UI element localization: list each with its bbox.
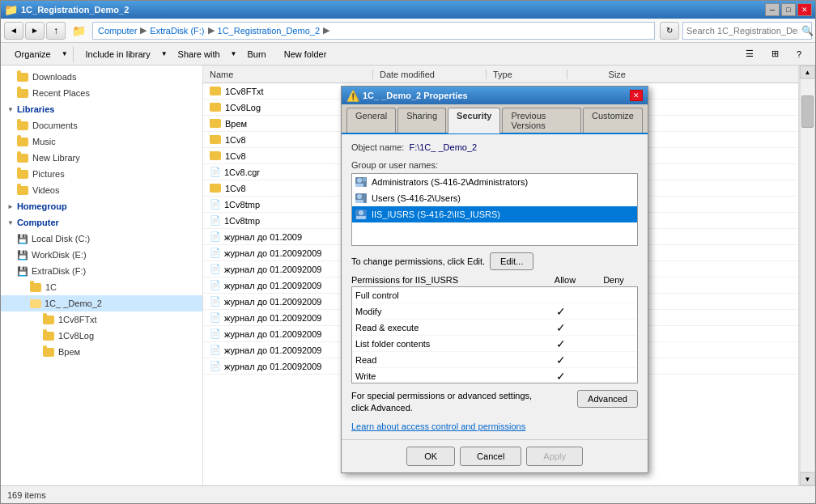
explorer-window: 📁 1C_Registration_Demo_2 ─ □ ✕ ◄ ► ↑ 📁 C… — [0, 0, 816, 504]
permissions-label: Permissions for IIS_IUSRS — [351, 275, 458, 285]
advanced-button[interactable]: Advanced — [577, 390, 638, 408]
dialog-overlay: ⚠️ 1C_ _Demo_2 Properties ✕ General Shar… — [1, 1, 815, 503]
perm-row-read: Read ✓ — [352, 352, 637, 368]
special-permissions-text: For special permissions or advanced sett… — [351, 390, 546, 415]
perm-row-modify: Modify ✓ — [352, 303, 637, 320]
svg-point-3 — [363, 178, 367, 182]
object-name-label: Object name: — [351, 142, 404, 152]
user-label: Users (S-416-2\Users) — [372, 193, 461, 203]
object-name-value: F:\1C_ _Demo_2 — [409, 142, 477, 152]
group-label: Group or user names: — [351, 160, 638, 170]
learn-link[interactable]: Learn about access control and permissio… — [351, 421, 638, 431]
svg-point-1 — [357, 178, 362, 183]
tab-security[interactable]: Security — [448, 108, 500, 133]
permissions-list: Full control Modify ✓ Read & execute ✓ — [351, 286, 638, 383]
user-item-users[interactable]: Users (S-416-2\Users) — [352, 190, 637, 206]
user-item-administrators[interactable]: Administrators (S-416-2\Administrators) — [352, 174, 637, 190]
dialog-footer: OK Cancel Apply — [342, 439, 648, 472]
user-icon — [355, 208, 368, 221]
tab-previous-versions[interactable]: Previous Versions — [502, 108, 581, 133]
dialog-close-button[interactable]: ✕ — [630, 90, 643, 101]
user-item-iis-iusrs[interactable]: IIS_IUSRS (S-416-2\IIS_IUSRS) — [352, 206, 637, 222]
allow-col-header: Allow — [541, 275, 589, 285]
dialog-title-left: ⚠️ 1C_ _Demo_2 Properties — [346, 90, 468, 102]
user-group-icon — [355, 176, 368, 188]
properties-dialog: ⚠️ 1C_ _Demo_2 Properties ✕ General Shar… — [341, 86, 648, 473]
change-permissions-text: To change permissions, click Edit. — [351, 256, 485, 266]
dialog-icon: ⚠️ — [346, 90, 359, 102]
tab-general[interactable]: General — [346, 108, 396, 133]
svg-point-5 — [357, 194, 362, 199]
dialog-tabs: General Sharing Security Previous Versio… — [342, 104, 648, 134]
users-list[interactable]: Administrators (S-416-2\Administrators) … — [351, 173, 638, 246]
dialog-title-text: 1C_ _Demo_2 Properties — [363, 91, 468, 100]
user-label: Administrators (S-416-2\Administrators) — [372, 177, 528, 187]
svg-rect-9 — [356, 216, 366, 219]
tab-customize[interactable]: Customize — [583, 108, 643, 133]
user-group-icon — [355, 192, 368, 205]
cancel-button[interactable]: Cancel — [460, 447, 521, 466]
svg-rect-2 — [355, 184, 363, 187]
svg-rect-6 — [355, 200, 363, 203]
ok-button[interactable]: OK — [406, 447, 455, 466]
perm-row-read-execute: Read & execute ✓ — [352, 320, 637, 336]
apply-button[interactable]: Apply — [526, 447, 583, 466]
deny-col-header: Deny — [589, 275, 638, 285]
perm-row-write: Write ✓ — [352, 368, 637, 383]
perm-row-full-control: Full control — [352, 287, 637, 303]
edit-button[interactable]: Edit... — [490, 252, 533, 270]
perm-row-list-folder: List folder contents ✓ — [352, 336, 637, 352]
tab-sharing[interactable]: Sharing — [397, 108, 446, 133]
change-permissions-row: To change permissions, click Edit. Edit.… — [351, 252, 638, 270]
user-label: IIS_IUSRS (S-416-2\IIS_IUSRS) — [372, 210, 500, 219]
object-name-row: Object name: F:\1C_ _Demo_2 — [351, 142, 638, 152]
dialog-body: Object name: F:\1C_ _Demo_2 Group or use… — [342, 134, 648, 439]
dialog-title-bar: ⚠️ 1C_ _Demo_2 Properties ✕ — [342, 87, 648, 104]
svg-point-8 — [359, 210, 363, 215]
